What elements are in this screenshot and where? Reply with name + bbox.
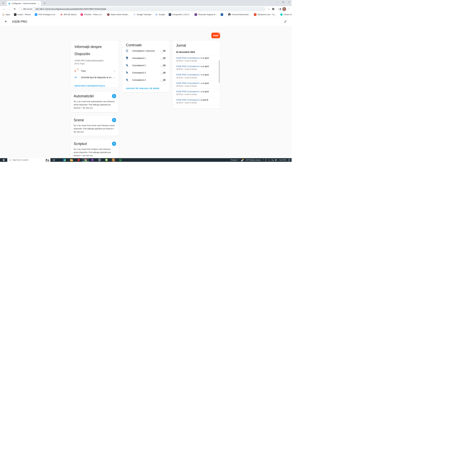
- taskbar-edge[interactable]: [61, 158, 68, 162]
- address-bar[interactable]: ⚠ Not secure 192.168.0.118:8123/config/d…: [19, 7, 266, 11]
- taskbar-search-box[interactable]: Type here to search: [7, 158, 50, 162]
- page-content: tuya Informații despre Dispozitiv H32B P…: [0, 26, 292, 158]
- weather-text[interactable]: 33°F Mostly cloudy: [246, 159, 260, 161]
- tab-search-button[interactable]: [1, 1, 5, 5]
- logbook-card: Jurnal 23 decembrie 2023 H32B PRO Comuta…: [172, 40, 220, 109]
- bookmark-item-google[interactable]: G Google: [155, 13, 165, 16]
- filelist-favicon: FL: [14, 13, 17, 16]
- bookmark-item-olx[interactable]: olx Contul meu • OLX.ro: [280, 13, 292, 16]
- tray-volume-icon[interactable]: [275, 159, 277, 161]
- device-info-title: Informații despre Dispozitiv: [75, 43, 115, 58]
- integration-row[interactable]: t Tuya ›: [75, 69, 115, 73]
- logbook-action: s-a oprit: [201, 82, 209, 84]
- bookmark-item-radio[interactable]: ▶ Radio online Român...: [107, 13, 129, 16]
- security-chip[interactable]: ⚠ Not secure: [20, 7, 34, 11]
- logbook-entity-link[interactable]: H32B PRO Comutatorul 2: [176, 73, 201, 76]
- task-view-button[interactable]: [50, 158, 57, 162]
- taskbar-chrome[interactable]: [82, 158, 89, 162]
- tab-close-icon[interactable]: ×: [37, 2, 40, 5]
- taskbar-file-explorer[interactable]: [68, 158, 75, 162]
- bookmark-item-forum[interactable]: Forumul Electronisti...: [228, 13, 250, 16]
- reload-button[interactable]: ↻: [13, 7, 17, 11]
- change-device-type-label: Schimbă tipul de dispozitiv al un...: [81, 76, 113, 79]
- logbook-entity-link[interactable]: H32B PRO Comutatorul 3: [176, 65, 201, 67]
- window-close-button[interactable]: ×: [288, 1, 289, 3]
- back-arrow-button[interactable]: [4, 20, 8, 23]
- task-view-icon: [53, 159, 55, 161]
- bookmark-item-translate[interactable]: G Google Translate: [133, 13, 151, 16]
- toggle-switch[interactable]: [161, 57, 166, 60]
- logbook-action: s-a oprit: [201, 90, 209, 93]
- extensions-icon[interactable]: [272, 8, 275, 10]
- taskbar-whatsapp[interactable]: [117, 158, 124, 162]
- projects-toolbar[interactable]: Projects »: [231, 159, 239, 161]
- bookmark-item-apps[interactable]: Apps: [2, 14, 10, 16]
- control-label: Comutatorul 1: [132, 57, 161, 59]
- forward-button[interactable]: →: [7, 7, 11, 11]
- browser-menu-icon[interactable]: ⋮: [288, 8, 290, 10]
- tray-expand-icon[interactable]: [262, 159, 264, 161]
- taskbar-app-w[interactable]: W: [103, 158, 110, 162]
- control-label: Comutatorul 4: [132, 79, 161, 81]
- window-maximize-button[interactable]: [283, 1, 284, 3]
- bookmark-item-fsonline[interactable]: ▶ FSonline - Filme si S...: [81, 13, 103, 16]
- tray-status-icon[interactable]: [268, 159, 270, 161]
- logbook-title: Jurnal: [172, 41, 220, 48]
- bookmark-item-tme[interactable]: T: [221, 13, 224, 16]
- add-script-button[interactable]: +: [112, 142, 116, 146]
- bookmark-label: Forumul Electronisti...: [232, 14, 250, 16]
- control-label: Comutatorul 2: [132, 64, 161, 67]
- logbook-action: s-a oprit: [201, 65, 209, 67]
- toggle-switch[interactable]: [161, 64, 166, 67]
- profile-avatar[interactable]: K: [282, 7, 286, 11]
- device-info-card: Informații despre Dispozitiv H32B PRO (t…: [71, 40, 119, 88]
- control-row: Comutatorul 3: [125, 69, 166, 76]
- change-device-type-row[interactable]: ⇄ Schimbă tipul de dispozitiv al un... ›: [75, 76, 115, 79]
- toggle-switch[interactable]: [161, 71, 166, 74]
- bookmarks-bar: Apps FL Acasă :: FileList JLC PCB Protot…: [0, 12, 292, 17]
- new-tab-button[interactable]: +: [43, 1, 47, 5]
- control-row: Comutatorul 1: [125, 54, 166, 62]
- browser-tab[interactable]: Configurare – Home Assistant ×: [7, 1, 41, 6]
- toggle-switch[interactable]: [161, 49, 166, 52]
- bookmark-star-icon[interactable]: ☆: [267, 8, 270, 11]
- toolbar-divider: [276, 8, 277, 10]
- logbook-entity-link[interactable]: H32B PRO Comutatorul 1: [176, 90, 201, 93]
- bookmark-item-flowcode[interactable]: F Flowcode Support B...: [195, 13, 217, 16]
- scrollbar-thumb[interactable]: [219, 60, 220, 83]
- start-button[interactable]: [0, 158, 7, 162]
- bookmark-item-mplab[interactable]: M MPLAB Xpress: [60, 13, 77, 16]
- tray-phone-icon[interactable]: [265, 159, 267, 161]
- tray-network-icon[interactable]: [271, 159, 273, 161]
- bookmark-item-filelist[interactable]: FL Acasă :: FileList: [14, 13, 31, 16]
- taskbar-calculator[interactable]: [96, 158, 103, 162]
- taskbar-app-flame[interactable]: [75, 158, 82, 162]
- bookmark-item-jlcpcb[interactable]: JLC PCB Prototype & fa...: [35, 13, 56, 16]
- logbook-entity-link[interactable]: H32B PRO Comutatorul 4: [176, 57, 201, 59]
- window-minimize-button[interactable]: –: [277, 1, 278, 3]
- add-automation-button[interactable]: +: [112, 94, 116, 98]
- logbook-entity-link[interactable]: H32B PRO Comutatorul 1: [176, 82, 201, 84]
- side-panel-icon[interactable]: [278, 8, 281, 10]
- add-to-dashboard-button[interactable]: ADĂUGĂ ÎN TABLOUL DE BORD: [122, 85, 170, 92]
- bookmark-item-aliexpress[interactable]: U AliExpress.com - Cu...: [254, 13, 276, 16]
- toggle-switch[interactable]: [161, 79, 166, 81]
- logbook-entry: H32B PRO Comutatorul 1 s-a oprit 18:38:1…: [172, 89, 220, 97]
- home-assistant-favicon: [8, 2, 11, 5]
- logbook-entity-link[interactable]: H32B PRO Comutatorul 4: [176, 99, 201, 101]
- bookmark-item-lcd[interactable]: m Component: LCD I2...: [169, 13, 191, 16]
- logbook-entry: H32B PRO Comutatorul 1 s-a oprit 18:38:1…: [172, 80, 220, 89]
- logbook-time: 18:38:18 - Acum 6 minute: [176, 85, 217, 87]
- windows-taskbar: Type here to search F W Projects » 33°F …: [0, 158, 292, 162]
- taskbar-clock[interactable]: 6:44 PM: [280, 159, 286, 161]
- back-button[interactable]: ←: [2, 7, 6, 11]
- logbook-entry: H32B PRO Comutatorul 4 a pornit 18:38:14…: [172, 97, 220, 105]
- logbook-time: 18:38:18 - Acum 6 minute: [176, 93, 217, 95]
- logbook-action: a pornit: [201, 99, 208, 101]
- edit-pencil-button[interactable]: [284, 20, 287, 23]
- taskbar-flowcode[interactable]: F: [89, 158, 96, 162]
- taskbar-shield-app[interactable]: [110, 158, 117, 162]
- action-center-icon[interactable]: [288, 159, 290, 161]
- download-diagnostics-button[interactable]: DESCARCĂ DIAGNOSTICELE: [71, 82, 119, 89]
- add-scene-button[interactable]: +: [112, 118, 116, 122]
